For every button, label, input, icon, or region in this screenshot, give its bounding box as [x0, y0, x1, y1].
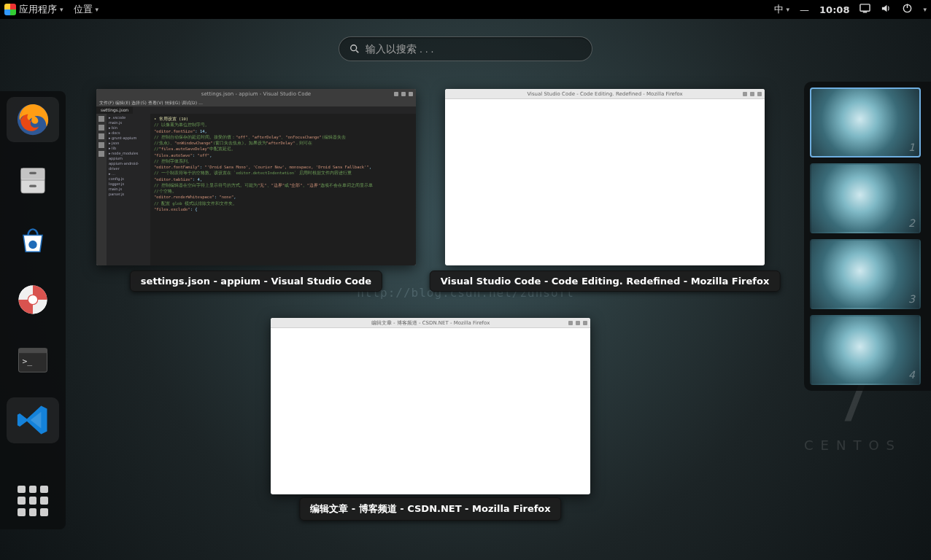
editor-tab: settings.json — [96, 106, 133, 114]
dash-icon: — — [800, 4, 809, 15]
window-overview: settings.json - appium - Visual Studio C… — [80, 89, 792, 538]
window-preview-firefox-csdn[interactable]: 编辑文章 - 博客频道 - CSDN.NET - Mozilla Firefox… — [271, 318, 590, 494]
window-titlebar: 编辑文章 - 博客频道 - CSDN.NET - Mozilla Firefox — [371, 319, 490, 327]
workspace-switcher: 1 2 3 4 — [804, 82, 931, 391]
volume-icon[interactable] — [881, 3, 892, 16]
window-label: 编辑文章 - 博客频道 - CSDN.NET - Mozilla Firefox — [299, 497, 561, 521]
applications-menu[interactable]: 应用程序 ▾ — [4, 3, 63, 16]
power-icon[interactable] — [902, 3, 913, 16]
svg-rect-0 — [860, 4, 870, 11]
svg-rect-1 — [863, 12, 868, 12]
window-preview-vscode[interactable]: settings.json - appium - Visual Studio C… — [96, 89, 416, 265]
workspace-thumb-2[interactable]: 2 — [810, 163, 921, 233]
top-panel: 应用程序 ▾ 位置 ▾ 中 ▾ — 10:08 ▾ — [0, 0, 931, 19]
svg-point-12 — [28, 241, 36, 249]
window-label: settings.json - appium - Visual Studio C… — [130, 271, 382, 292]
window-label: Visual Studio Code - Code Editing. Redef… — [430, 271, 781, 292]
apps-grid-icon — [18, 486, 48, 516]
explorer-tree: ▸ .vscode main.js▸ bin▸ docs▸ grunt-appi… — [107, 114, 150, 265]
chevron-down-icon: ▾ — [60, 6, 63, 13]
dock-help[interactable] — [9, 280, 56, 319]
workspace-thumb-4[interactable]: 4 — [810, 315, 921, 385]
dock-vscode[interactable] — [9, 400, 56, 440]
search-icon — [349, 44, 360, 54]
places-menu[interactable]: 位置 ▾ — [74, 3, 99, 16]
svg-rect-3 — [907, 4, 908, 8]
applications-label: 应用程序 — [19, 3, 57, 16]
window-preview-firefox-vscode[interactable]: Visual Studio Code - Code Editing. Redef… — [445, 89, 765, 265]
search-input[interactable] — [366, 43, 582, 55]
dash-dock: >_ — [0, 91, 66, 529]
display-icon[interactable] — [859, 3, 870, 16]
svg-rect-10 — [29, 184, 36, 187]
svg-point-4 — [351, 45, 357, 51]
activities-icon — [4, 4, 16, 15]
ime-indicator[interactable]: 中 ▾ — [774, 3, 790, 16]
chevron-down-icon: ▾ — [96, 6, 99, 13]
places-label: 位置 — [74, 3, 93, 16]
workspace-thumb-1[interactable]: 1 — [810, 88, 921, 158]
window-titlebar: Visual Studio Code - Code Editing. Redef… — [527, 91, 682, 97]
editor-content: • 常用设置 (10)// 以像素为单位控制字号。"editor.fontSiz… — [150, 114, 416, 265]
show-applications-button[interactable] — [9, 481, 56, 521]
os-name: CENTOS — [804, 441, 902, 451]
chevron-down-icon: ▾ — [787, 6, 790, 13]
dock-firefox[interactable] — [9, 100, 56, 139]
ime-label: 中 — [774, 3, 784, 16]
window-titlebar: settings.json - appium - Visual Studio C… — [201, 91, 311, 97]
svg-line-5 — [356, 50, 358, 52]
dock-software[interactable] — [9, 220, 56, 260]
svg-text:>_: >_ — [22, 356, 32, 366]
svg-rect-9 — [29, 171, 36, 174]
svg-point-6 — [18, 104, 48, 135]
chevron-down-icon: ▾ — [923, 6, 927, 13]
dock-terminal[interactable]: >_ — [9, 341, 56, 380]
vscode-menubar: 文件(F) 编辑(E) 选择(S) 查看(V) 转到(G) 调试(D) … — [96, 99, 416, 106]
workspace-thumb-3[interactable]: 3 — [810, 239, 921, 309]
overview-search[interactable] — [339, 36, 592, 61]
activity-bar — [96, 114, 107, 265]
dock-files[interactable] — [9, 160, 56, 199]
clock[interactable]: 10:08 — [819, 4, 849, 15]
svg-point-14 — [28, 295, 39, 306]
svg-rect-16 — [19, 349, 47, 354]
